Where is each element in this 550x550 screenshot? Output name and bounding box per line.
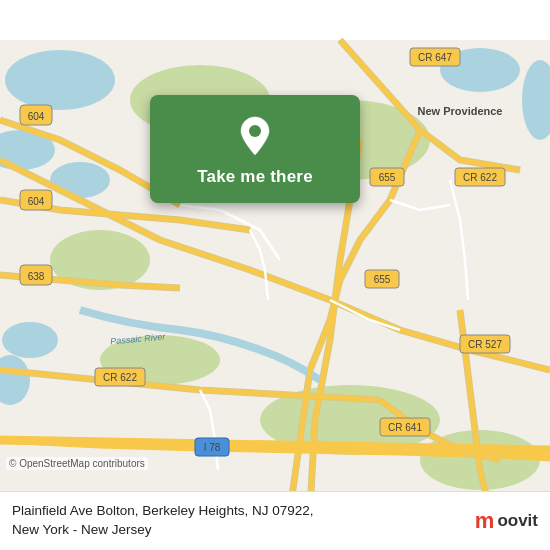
svg-text:655: 655: [379, 172, 396, 183]
svg-text:604: 604: [28, 196, 45, 207]
svg-point-4: [2, 322, 58, 358]
take-me-there-card[interactable]: Take me there: [150, 95, 360, 203]
take-me-there-button-label: Take me there: [197, 167, 313, 187]
copyright-notice: © OpenStreetMap contributors: [6, 457, 148, 470]
map-container: 604 604 638 CR 647 CR 622 655 655 CR 527…: [0, 0, 550, 550]
svg-text:655: 655: [374, 274, 391, 285]
svg-text:CR 647: CR 647: [418, 52, 452, 63]
svg-text:638: 638: [28, 271, 45, 282]
address-text: Plainfield Ave Bolton, Berkeley Heights,…: [12, 502, 475, 540]
svg-text:CR 527: CR 527: [468, 339, 502, 350]
location-pin-icon: [233, 113, 277, 157]
svg-text:604: 604: [28, 111, 45, 122]
svg-point-1: [5, 50, 115, 110]
svg-text:CR 622: CR 622: [463, 172, 497, 183]
svg-text:CR 622: CR 622: [103, 372, 137, 383]
moovit-text: oovit: [497, 511, 538, 531]
address-block: Plainfield Ave Bolton, Berkeley Heights,…: [12, 502, 475, 540]
svg-text:New Providence: New Providence: [418, 105, 503, 117]
bottom-bar: Plainfield Ave Bolton, Berkeley Heights,…: [0, 491, 550, 550]
svg-point-38: [249, 125, 261, 137]
svg-text:CR 641: CR 641: [388, 422, 422, 433]
moovit-m-letter: m: [475, 508, 495, 534]
svg-text:I 78: I 78: [204, 442, 221, 453]
moovit-logo: moovit: [475, 508, 538, 534]
